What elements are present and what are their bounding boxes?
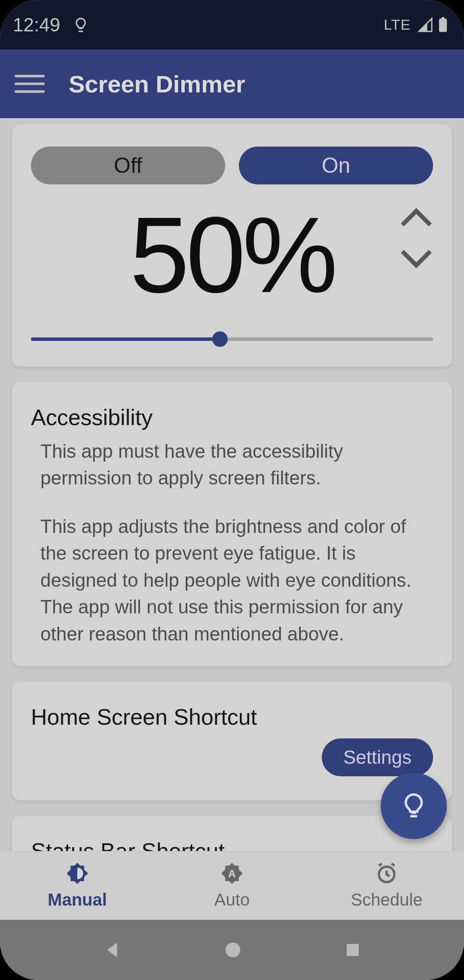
status-right: LTE: [384, 16, 448, 33]
lightbulb-icon: [400, 792, 427, 820]
system-status-bar: 12:49 LTE: [0, 0, 464, 49]
app-title: Screen Dimmer: [69, 70, 245, 98]
toggle-row: Off On: [31, 147, 433, 184]
home-shortcut-settings-button[interactable]: Settings: [322, 738, 433, 776]
tab-auto-label: Auto: [214, 890, 250, 910]
chevron-up-icon[interactable]: [400, 208, 433, 228]
accessibility-text-2: This app adjusts the brightness and colo…: [31, 513, 433, 594]
system-nav-bar: [0, 920, 464, 980]
battery-icon: [438, 17, 448, 33]
home-shortcut-card: Home Screen Shortcut Settings: [12, 682, 452, 800]
bottom-tab-bar: Manual A Auto Schedule: [0, 851, 464, 920]
tab-manual[interactable]: Manual: [0, 851, 155, 920]
home-shortcut-title: Home Screen Shortcut: [31, 704, 433, 730]
brightness-slider[interactable]: [31, 331, 433, 348]
app-bar: Screen Dimmer: [0, 49, 464, 118]
tab-schedule[interactable]: Schedule: [309, 851, 464, 920]
slider-thumb[interactable]: [212, 331, 228, 347]
accessibility-text-1: This app must have the accessibility per…: [31, 438, 433, 492]
accessibility-title: Accessibility: [31, 404, 433, 430]
status-left: 12:49: [13, 14, 89, 36]
lightbulb-notification-icon: [72, 16, 89, 34]
recents-button[interactable]: [344, 941, 362, 959]
tab-auto[interactable]: A Auto: [155, 851, 309, 920]
dim-value-row: 50%: [31, 197, 433, 313]
accessibility-card: Accessibility This app must have the acc…: [12, 382, 452, 666]
svg-point-6: [226, 943, 241, 958]
tab-manual-label: Manual: [48, 890, 107, 910]
slider-fill: [31, 337, 220, 341]
svg-rect-7: [347, 944, 359, 956]
menu-icon[interactable]: [15, 69, 45, 99]
back-button[interactable]: [102, 940, 122, 960]
network-type: LTE: [384, 16, 411, 33]
signal-icon: [418, 17, 433, 33]
status-time: 12:49: [13, 14, 60, 36]
accessibility-text-3: The app will not use this permission for…: [31, 594, 433, 647]
content-area[interactable]: Off On 50% A: [0, 118, 464, 851]
tab-schedule-label: Schedule: [351, 890, 423, 910]
statusbar-shortcut-title: Status Bar Shortcut: [31, 838, 433, 851]
auto-brightness-icon: A: [220, 862, 244, 885]
device-frame: 12:49 LTE: [0, 0, 464, 980]
alarm-clock-icon: [375, 862, 398, 885]
value-stepper: [400, 208, 433, 269]
off-button[interactable]: Off: [31, 147, 225, 184]
dimmer-card: Off On 50%: [12, 124, 452, 367]
svg-rect-1: [441, 17, 444, 19]
svg-rect-0: [439, 18, 447, 32]
on-button[interactable]: On: [239, 147, 433, 184]
svg-text:A: A: [228, 868, 236, 879]
dim-value-text: 50%: [130, 202, 334, 309]
brightness-icon: [66, 862, 89, 885]
fab-lightbulb[interactable]: [381, 773, 447, 839]
home-button[interactable]: [223, 940, 243, 960]
chevron-down-icon[interactable]: [400, 248, 433, 269]
